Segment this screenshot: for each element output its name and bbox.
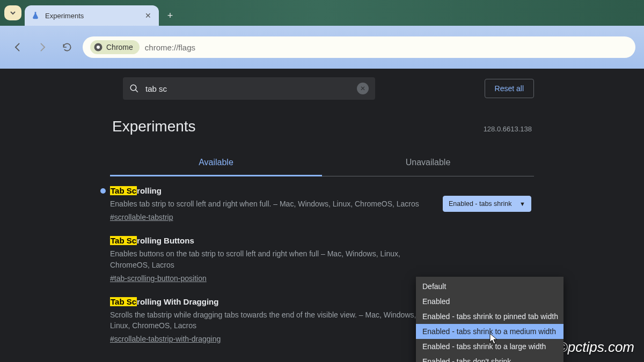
chevron-down-icon: ▼ (519, 201, 525, 207)
section-tabs: Available Unavailable (110, 150, 534, 176)
close-tab-button[interactable]: ✕ (145, 11, 151, 20)
tab-unavailable[interactable]: Unavailable (322, 150, 534, 176)
site-identity-chip[interactable]: Chrome (90, 40, 140, 54)
search-row: ✕ Reset all (110, 77, 534, 100)
search-input[interactable] (145, 84, 350, 93)
back-button[interactable] (9, 38, 27, 56)
dropdown-option[interactable]: Enabled - tabs don't shrink (416, 354, 564, 362)
flag-item: Tab Scrolling Enables tab strip to scrol… (110, 176, 534, 226)
tab-available[interactable]: Available (110, 150, 322, 176)
page-title: Experiments (112, 118, 196, 135)
flag-anchor-link[interactable]: #scrollable-tabstrip (110, 213, 173, 221)
mouse-cursor-icon (489, 333, 498, 345)
dropdown-option[interactable]: Default (416, 279, 564, 294)
dropdown-option[interactable]: Enabled - tabs shrink to pinned tab widt… (416, 309, 564, 324)
browser-tab-active[interactable]: Experiments ✕ (25, 5, 159, 26)
select-dropdown: Default Enabled Enabled - tabs shrink to… (416, 277, 564, 362)
window-menu-button[interactable] (4, 5, 21, 20)
watermark: ©pctips.com (558, 339, 634, 356)
version-text: 128.0.6613.138 (484, 125, 532, 133)
flag-title: Tab Scrolling With Dragging (110, 297, 432, 306)
flag-description: Enables buttons on the tab strip to scro… (110, 248, 432, 270)
flag-select[interactable]: Enabled - tabs shrink ▼ (443, 196, 531, 212)
flag-anchor-link[interactable]: #scrollable-tabstrip-with-dragging (110, 335, 221, 343)
tab-title: Experiments (45, 12, 84, 20)
reload-icon (62, 42, 72, 53)
arrow-left-icon (12, 42, 23, 53)
new-tab-button[interactable]: + (162, 8, 178, 24)
chrome-icon (93, 42, 103, 52)
search-icon (129, 84, 139, 93)
flag-description: Scrolls the tabstrip while dragging tabs… (110, 309, 432, 331)
browser-titlebar: Experiments ✕ + (0, 0, 644, 26)
svg-point-2 (130, 85, 136, 91)
url-text: chrome://flags (145, 43, 195, 52)
reload-button[interactable] (58, 38, 76, 56)
clear-search-button[interactable]: ✕ (357, 83, 369, 94)
dropdown-option[interactable]: Enabled (416, 294, 564, 309)
search-box[interactable]: ✕ (123, 77, 375, 100)
reset-all-button[interactable]: Reset all (485, 79, 534, 98)
chevron-down-icon (10, 10, 16, 16)
svg-point-1 (97, 46, 100, 49)
browser-toolbar: Chrome chrome://flags (0, 26, 644, 69)
flask-icon (31, 11, 40, 20)
svg-line-3 (135, 90, 138, 92)
select-value: Enabled - tabs shrink (449, 200, 511, 208)
page-content: ✕ Reset all Experiments 128.0.6613.138 A… (0, 69, 644, 362)
forward-button[interactable] (33, 38, 52, 56)
address-bar[interactable]: Chrome chrome://flags (83, 36, 635, 58)
flag-description: Enables tab strip to scroll left and rig… (110, 198, 432, 209)
flag-anchor-link[interactable]: #tab-scrolling-button-position (110, 274, 207, 283)
chip-label: Chrome (106, 43, 133, 51)
flag-title: Tab Scrolling Buttons (110, 236, 432, 245)
flag-title: Tab Scrolling (110, 186, 432, 195)
arrow-right-icon (37, 42, 48, 53)
